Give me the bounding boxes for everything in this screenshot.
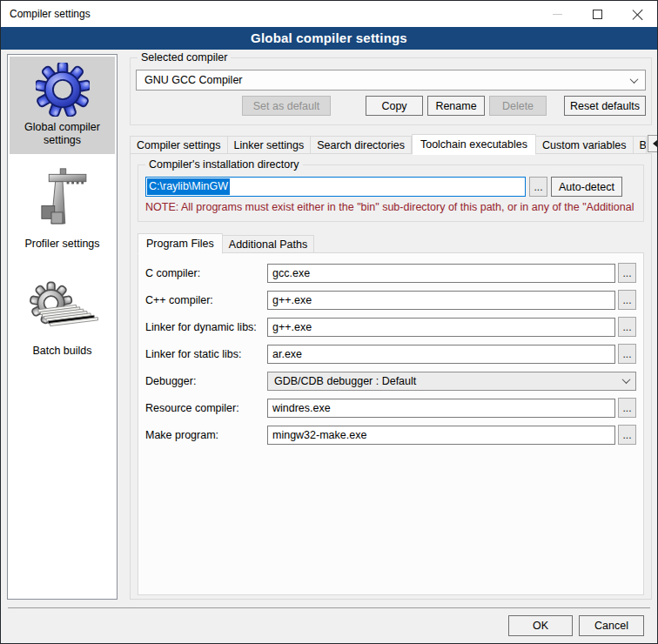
programs-notebook: Program Files Additional Paths C compile… [138, 232, 644, 595]
tab-scroll-left-button[interactable] [648, 135, 658, 152]
c-compiler-input[interactable] [267, 264, 615, 283]
dynamic-linker-input[interactable] [267, 318, 615, 337]
selected-compiler-group: Selected compiler GNU GCC Compiler Set a… [130, 57, 652, 125]
browse-button[interactable]: ... [618, 344, 636, 364]
close-button[interactable] [617, 1, 657, 27]
settings-tab-bar: Compiler settings Linker settings Search… [130, 133, 652, 154]
tab-compiler-settings[interactable]: Compiler settings [130, 136, 228, 154]
auto-detect-button[interactable]: Auto-detect [551, 177, 622, 197]
browse-button[interactable]: ... [618, 317, 636, 337]
installation-directory-input[interactable]: C:\raylib\MinGW [145, 177, 526, 197]
window-controls [537, 1, 657, 27]
field-label: Resource compiler: [145, 402, 267, 414]
title-bar: Compiler settings [1, 1, 657, 27]
delete-button: Delete [489, 96, 547, 116]
tab-custom-variables[interactable]: Custom variables [536, 136, 634, 154]
dialog-body: Global compiler settings [1, 50, 657, 643]
tab-search-directories[interactable]: Search directories [311, 136, 412, 154]
chevron-down-icon [622, 375, 631, 384]
compiler-select[interactable]: GNU GCC Compiler [136, 70, 646, 91]
browse-directory-button[interactable]: ... [529, 177, 547, 197]
resource-compiler-input[interactable] [267, 399, 615, 418]
reset-defaults-button[interactable]: Reset defaults [564, 96, 646, 116]
installation-directory-group: Compiler's installation directory C:\ray… [138, 164, 644, 222]
programs-tab-bar: Program Files Additional Paths [138, 232, 644, 253]
set-as-default-button: Set as default [242, 96, 331, 116]
cpp-compiler-input[interactable] [267, 291, 615, 310]
field-label: Make program: [145, 429, 267, 441]
field-label: Debugger: [145, 375, 267, 387]
field-row-resource-compiler: Resource compiler: ... [145, 398, 636, 418]
static-linker-input[interactable] [267, 345, 615, 364]
compiler-settings-dialog: Compiler settings Global compiler settin… [0, 0, 658, 644]
sidebar-item-batch-builds[interactable]: Batch builds [10, 272, 115, 365]
browse-button[interactable]: ... [618, 290, 636, 310]
footer-divider [8, 607, 650, 608]
field-label: Linker for static libs: [145, 348, 267, 360]
field-row-c-compiler: C compiler: ... [145, 263, 636, 283]
field-row-make-program: Make program: ... [145, 425, 636, 445]
tab-additional-paths[interactable]: Additional Paths [223, 235, 314, 253]
tab-scroll-buttons [647, 135, 658, 152]
browse-button[interactable]: ... [618, 398, 636, 418]
gray-gear-paper-stack-icon [26, 278, 99, 340]
debugger-select-value: GDB/CDB debugger : Default [274, 375, 416, 387]
copy-button[interactable]: Copy [366, 96, 423, 116]
field-label: Linker for dynamic libs: [145, 321, 267, 333]
field-row-dynamic-linker: Linker for dynamic libs: ... [145, 317, 636, 337]
make-program-input[interactable] [267, 426, 615, 445]
compiler-select-value: GNU GCC Compiler [144, 74, 243, 86]
tab-program-files[interactable]: Program Files [138, 233, 223, 254]
field-row-debugger: Debugger: GDB/CDB debugger : Default [145, 371, 636, 391]
compiler-buttons-row: Set as default Copy Rename Delete Reset … [136, 96, 646, 116]
field-row-static-linker: Linker for static libs: ... [145, 344, 636, 364]
browse-button[interactable]: ... [618, 425, 636, 445]
maximize-button[interactable] [577, 1, 617, 27]
blue-gear-icon [36, 63, 90, 117]
sidebar-item-profiler-settings[interactable]: Profiler settings [10, 161, 115, 258]
sidebar-item-label: Batch builds [32, 345, 91, 358]
field-label: C++ compiler: [145, 294, 267, 306]
installation-directory-row: C:\raylib\MinGW ... Auto-detect [145, 177, 636, 197]
debugger-select[interactable]: GDB/CDB debugger : Default [267, 372, 636, 391]
toolchain-executables-panel: Compiler's installation directory C:\ray… [130, 153, 652, 600]
tab-toolchain-executables[interactable]: Toolchain executables [412, 134, 536, 155]
minimize-icon [553, 14, 562, 15]
browse-button[interactable]: ... [618, 263, 636, 283]
installation-note: NOTE: All programs must exist either in … [145, 201, 636, 213]
sidebar-item-label: Profiler settings [24, 238, 99, 251]
close-icon [632, 9, 643, 20]
cancel-button[interactable]: Cancel [579, 615, 644, 636]
group-label: Selected compiler [138, 51, 231, 64]
arrow-left-icon [653, 140, 657, 147]
tab-linker-settings[interactable]: Linker settings [228, 136, 312, 154]
program-files-page: C compiler: ... C++ compiler: ... [138, 252, 644, 595]
field-row-cpp-compiler: C++ compiler: ... [145, 290, 636, 310]
rename-button[interactable]: Rename [427, 96, 485, 116]
sidebar-item-label: Global compiler settings [11, 121, 113, 147]
main-panel: Selected compiler GNU GCC Compiler Set a… [130, 50, 652, 600]
caliper-icon [36, 167, 90, 233]
chevron-down-icon [630, 75, 639, 84]
selected-path-text: C:\raylib\MinGW [147, 178, 230, 195]
group-label: Compiler's installation directory [145, 158, 303, 171]
settings-category-list: Global compiler settings [7, 54, 118, 600]
sidebar-item-global-compiler-settings[interactable]: Global compiler settings [10, 57, 115, 154]
tab-build-truncated[interactable]: Build [634, 136, 647, 154]
dialog-banner: Global compiler settings [1, 27, 657, 50]
minimize-button [537, 1, 577, 27]
maximize-icon [593, 10, 602, 19]
ok-button[interactable]: OK [508, 615, 573, 636]
window-title: Compiler settings [1, 8, 91, 20]
field-label: C compiler: [145, 267, 267, 279]
